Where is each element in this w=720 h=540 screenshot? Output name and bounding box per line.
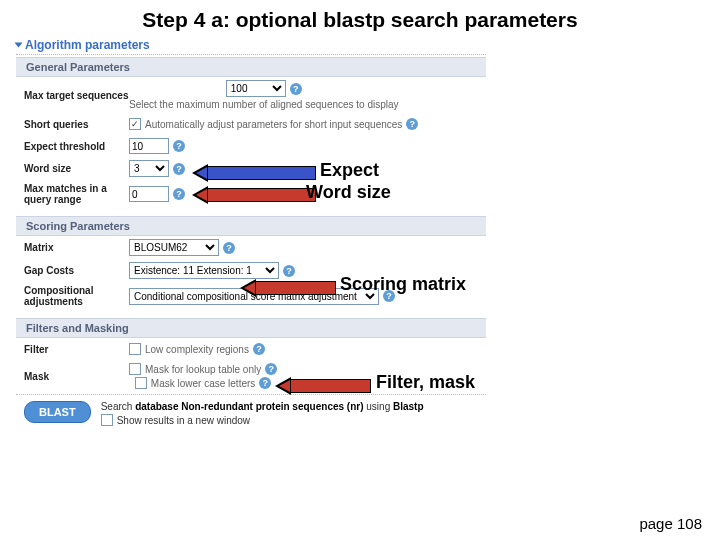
- label-mask: Mask: [24, 371, 129, 382]
- select-word-size[interactable]: 3: [129, 160, 169, 177]
- label-short-queries: Short queries: [24, 119, 129, 130]
- algorithm-parameters-toggle[interactable]: Algorithm parameters: [16, 36, 486, 55]
- search-summary: Search database Non-redundant protein se…: [101, 401, 424, 412]
- help-icon[interactable]: ?: [173, 140, 185, 152]
- anno-word-size: Word size: [306, 182, 391, 203]
- arrow-matrix: [240, 279, 336, 297]
- select-max-target[interactable]: 100: [226, 80, 286, 97]
- row-short-queries: Short queries ✓ Automatically adjust par…: [16, 113, 486, 135]
- desc-max-target: Select the maximum number of aligned seq…: [129, 99, 399, 110]
- row-max-target: Max target sequences 100 ? Select the ma…: [16, 77, 486, 113]
- help-icon[interactable]: ?: [406, 118, 418, 130]
- input-expect[interactable]: [129, 138, 169, 154]
- row-matrix: Matrix BLOSUM62 ?: [16, 236, 486, 259]
- select-matrix[interactable]: BLOSUM62: [129, 239, 219, 256]
- anno-scoring: Scoring matrix: [340, 274, 466, 295]
- section-general: General Parameters: [16, 57, 486, 77]
- help-icon[interactable]: ?: [223, 242, 235, 254]
- section-filters: Filters and Masking: [16, 318, 486, 338]
- mask-option1: Mask for lookup table only: [145, 364, 261, 375]
- help-icon[interactable]: ?: [290, 83, 302, 95]
- help-icon[interactable]: ?: [265, 363, 277, 375]
- submit-row: BLAST Search database Non-redundant prot…: [16, 394, 486, 432]
- label-max-matches: Max matches in a query range: [24, 183, 129, 205]
- arrow-expect: [192, 164, 316, 182]
- row-expect: Expect threshold ?: [16, 135, 486, 157]
- help-icon[interactable]: ?: [283, 265, 295, 277]
- help-icon[interactable]: ?: [259, 377, 271, 389]
- checkbox-filter[interactable]: [129, 343, 141, 355]
- label-matrix: Matrix: [24, 242, 129, 253]
- checkbox-mask2[interactable]: [135, 377, 147, 389]
- label-expect: Expect threshold: [24, 141, 129, 152]
- label-comp-adj: Compositional adjustments: [24, 285, 129, 307]
- desc-short-queries: Automatically adjust parameters for shor…: [145, 119, 402, 130]
- section-scoring: Scoring Parameters: [16, 216, 486, 236]
- row-filter: Filter Low complexity regions ?: [16, 338, 486, 360]
- checkbox-new-window[interactable]: [101, 414, 113, 426]
- show-results-label: Show results in a new window: [117, 415, 250, 426]
- blast-button[interactable]: BLAST: [24, 401, 91, 423]
- label-word-size: Word size: [24, 163, 129, 174]
- help-icon[interactable]: ?: [253, 343, 265, 355]
- help-icon[interactable]: ?: [173, 188, 185, 200]
- slide-title: Step 4 a: optional blastp search paramet…: [0, 0, 720, 36]
- filter-option: Low complexity regions: [145, 344, 249, 355]
- input-max-matches[interactable]: [129, 186, 169, 202]
- arrow-filter: [275, 377, 371, 395]
- checkbox-short-queries[interactable]: ✓: [129, 118, 141, 130]
- anno-filter: Filter, mask: [376, 372, 475, 393]
- anno-expect: Expect: [320, 160, 379, 181]
- triangle-icon: [15, 43, 23, 48]
- label-gap-costs: Gap Costs: [24, 265, 129, 276]
- collapse-label: Algorithm parameters: [25, 38, 150, 52]
- arrow-word-size: [192, 186, 316, 204]
- label-max-target: Max target sequences: [24, 90, 129, 101]
- page-number: page 108: [639, 515, 702, 532]
- help-icon[interactable]: ?: [173, 163, 185, 175]
- label-filter: Filter: [24, 344, 129, 355]
- mask-option2: Mask lower case letters: [151, 378, 255, 389]
- select-gap-costs[interactable]: Existence: 11 Extension: 1: [129, 262, 279, 279]
- checkbox-mask1[interactable]: [129, 363, 141, 375]
